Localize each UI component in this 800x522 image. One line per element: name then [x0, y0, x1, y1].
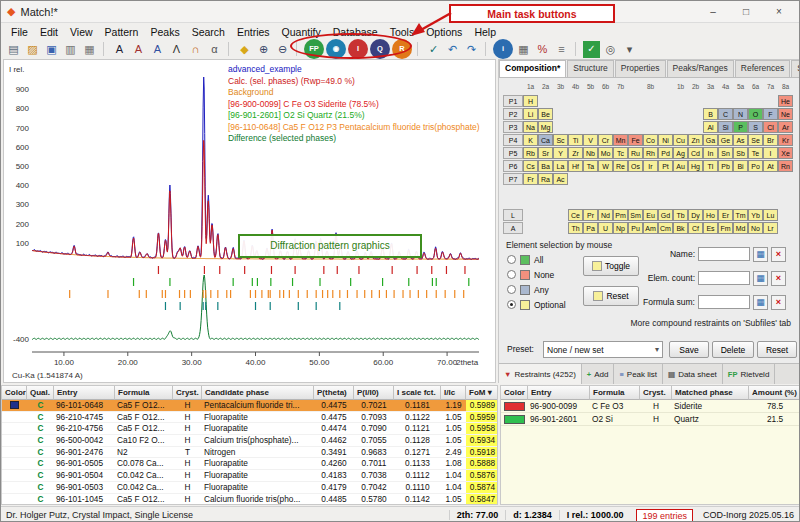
- element-co[interactable]: Co: [643, 134, 658, 146]
- match-column-header[interactable]: Entry: [528, 386, 590, 400]
- element-os[interactable]: Os: [628, 160, 643, 172]
- candidate-row[interactable]: C96-210-4756Ca5 F O12...HFluorapatite0.4…: [2, 423, 497, 435]
- save-document-icon[interactable]: ▣: [43, 41, 60, 58]
- background-icon[interactable]: ∩: [187, 41, 204, 58]
- element-h[interactable]: H: [523, 95, 538, 107]
- redo-icon[interactable]: ↷: [463, 41, 480, 58]
- reset-selection-button[interactable]: Reset: [583, 286, 639, 306]
- element-u[interactable]: U: [598, 222, 613, 234]
- menu-tools[interactable]: Tools: [384, 25, 421, 39]
- undo-icon[interactable]: ↶: [444, 41, 461, 58]
- element-li[interactable]: Li: [523, 108, 538, 120]
- element-y[interactable]: Y: [553, 147, 568, 159]
- name-input[interactable]: [698, 247, 750, 261]
- period-button-a[interactable]: A: [503, 222, 523, 234]
- element-he[interactable]: He: [778, 95, 793, 107]
- reset-preset-button[interactable]: Reset: [757, 341, 797, 358]
- element-pb[interactable]: Pb: [718, 160, 733, 172]
- more-dropdown-icon[interactable]: ▾: [621, 41, 638, 58]
- element-p[interactable]: P: [733, 121, 748, 133]
- element-ni[interactable]: Ni: [658, 134, 673, 146]
- element-ho[interactable]: Ho: [703, 209, 718, 221]
- menu-help[interactable]: Help: [468, 25, 502, 39]
- delete-preset-button[interactable]: Delete: [712, 341, 754, 358]
- element-pd[interactable]: Pd: [658, 147, 673, 159]
- element-ba[interactable]: Ba: [538, 160, 553, 172]
- element-er[interactable]: Er: [718, 209, 733, 221]
- element-i[interactable]: I: [763, 147, 778, 159]
- data-table-icon[interactable]: ▦: [515, 41, 532, 58]
- element-o[interactable]: O: [748, 108, 763, 120]
- element-hg[interactable]: Hg: [688, 160, 703, 172]
- candidate-column-header[interactable]: FoM ▾: [466, 386, 498, 400]
- element-pa[interactable]: Pa: [583, 222, 598, 234]
- rietveld-icon[interactable]: R: [392, 39, 412, 59]
- candidate-column-header[interactable]: P(I/I0): [354, 386, 394, 400]
- element-fe[interactable]: Fe: [628, 134, 643, 146]
- element-te[interactable]: Te: [748, 147, 763, 159]
- element-si[interactable]: Si: [718, 121, 733, 133]
- element-c[interactable]: C: [718, 108, 733, 120]
- close-button[interactable]: ×: [765, 3, 793, 21]
- element-dy[interactable]: Dy: [688, 209, 703, 221]
- element-ca[interactable]: Ca: [538, 134, 553, 146]
- print-icon[interactable]: ▥: [62, 41, 79, 58]
- element-cf[interactable]: Cf: [688, 222, 703, 234]
- tab-composition[interactable]: Composition*: [499, 60, 566, 77]
- element-al[interactable]: Al: [703, 121, 718, 133]
- element-kr[interactable]: Kr: [778, 134, 793, 146]
- element-br[interactable]: Br: [763, 134, 778, 146]
- verify-check-icon[interactable]: ✓: [425, 41, 442, 58]
- candidate-row[interactable]: C96-901-0504C0.042 Ca...HFluorapatite0.4…: [2, 470, 497, 482]
- element-ta[interactable]: Ta: [583, 160, 598, 172]
- element-nb[interactable]: Nb: [583, 147, 598, 159]
- menu-file[interactable]: File: [5, 25, 34, 39]
- candidate-row[interactable]: C96-901-2476N2TNitrogen0.34910.96830.127…: [2, 447, 497, 459]
- candidate-row[interactable]: C96-901-0505C0.078 Ca...HFluorapatite0.4…: [2, 458, 497, 470]
- element-re[interactable]: Re: [613, 160, 628, 172]
- zoom-out-icon[interactable]: ⊖: [274, 41, 291, 58]
- element-as[interactable]: As: [733, 134, 748, 146]
- tab-properties[interactable]: Properties: [615, 60, 666, 77]
- element-fm[interactable]: Fm: [718, 222, 733, 234]
- tab-subfiles[interactable]: Subfiles: [791, 60, 799, 77]
- element-eu[interactable]: Eu: [643, 209, 658, 221]
- element-ir[interactable]: Ir: [643, 160, 658, 172]
- bottom-tab-restraints-4252-[interactable]: ▼Restraints (4252): [499, 364, 582, 384]
- percent-icon[interactable]: %: [534, 41, 551, 58]
- element-tb[interactable]: Tb: [673, 209, 688, 221]
- fingerprint-search-icon[interactable]: FP: [304, 39, 324, 59]
- element-s[interactable]: S: [748, 121, 763, 133]
- element-sc[interactable]: Sc: [553, 134, 568, 146]
- zoom-in-icon[interactable]: ⊕: [255, 41, 272, 58]
- periodic-picker-icon[interactable]: ▦: [753, 247, 768, 262]
- element-nd[interactable]: Nd: [598, 209, 613, 221]
- element-tl[interactable]: Tl: [703, 160, 718, 172]
- match-column-header[interactable]: Amount (%): [749, 386, 800, 400]
- bottom-tab-peak-list[interactable]: ≡Peak list: [614, 364, 663, 384]
- match-column-header[interactable]: Matched phase: [672, 386, 749, 400]
- clear-field-icon[interactable]: ×: [771, 271, 786, 286]
- peak-labels-icon[interactable]: A: [149, 41, 166, 58]
- element-cs[interactable]: Cs: [523, 160, 538, 172]
- maximize-button[interactable]: □: [732, 3, 760, 21]
- element-yb[interactable]: Yb: [748, 209, 763, 221]
- tab-references[interactable]: References: [735, 60, 790, 77]
- tab-structure[interactable]: Structure: [567, 60, 614, 77]
- periodic-picker-icon[interactable]: ▦: [753, 295, 768, 310]
- element-se[interactable]: Se: [748, 134, 763, 146]
- candidate-row[interactable]: C96-210-4745Ca5 F O12...HFluorapatite0.4…: [2, 412, 497, 424]
- match-column-header[interactable]: Color: [501, 386, 528, 400]
- element-lr[interactable]: Lr: [763, 222, 778, 234]
- element-in[interactable]: In: [703, 147, 718, 159]
- element-mg[interactable]: Mg: [538, 121, 553, 133]
- element-th[interactable]: Th: [568, 222, 583, 234]
- settings-icon[interactable]: ◎: [602, 41, 619, 58]
- clear-field-icon[interactable]: ×: [771, 247, 786, 262]
- formula-sum-input[interactable]: [698, 295, 750, 309]
- element-mo[interactable]: Mo: [598, 147, 613, 159]
- candidate-row[interactable]: C96-500-0042Ca10 F2 O...HCalcium tris(ph…: [2, 435, 497, 447]
- element-be[interactable]: Be: [538, 108, 553, 120]
- element-v[interactable]: V: [583, 134, 598, 146]
- list-options-icon[interactable]: ≡: [553, 41, 570, 58]
